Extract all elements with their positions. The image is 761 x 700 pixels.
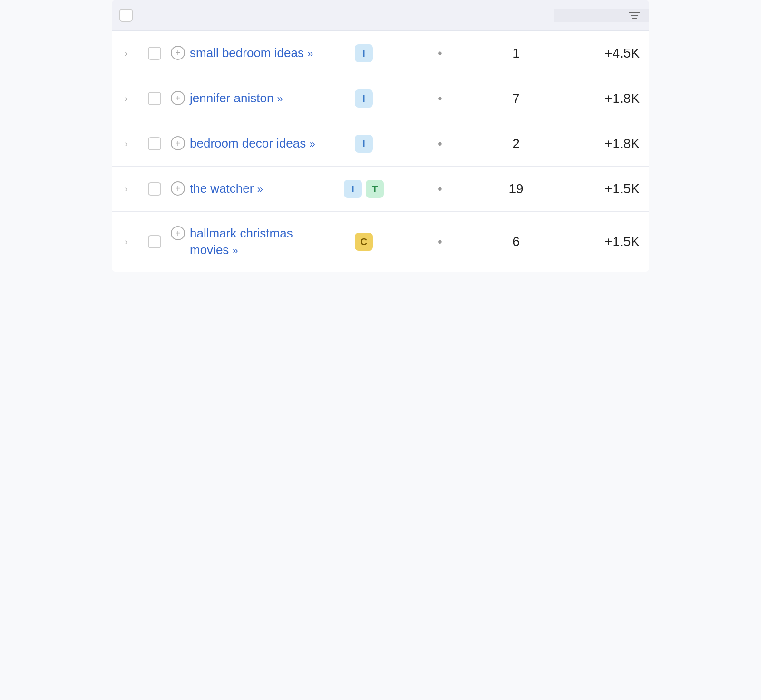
intent-cell: IT: [326, 180, 402, 198]
row-checkbox[interactable]: [148, 137, 161, 150]
keyword-cell: +bedroom decor ideas »: [169, 135, 326, 152]
expand-chevron-icon[interactable]: ›: [125, 184, 127, 194]
checkbox-cell: [140, 235, 169, 248]
keyword-text[interactable]: the watcher »: [190, 180, 263, 197]
previous-cell: •: [402, 46, 478, 61]
table-header: [112, 0, 649, 31]
traffic-diff-value: +4.5K: [605, 46, 640, 60]
expand-chevron-icon[interactable]: ›: [125, 139, 127, 149]
intent-cell: I: [326, 89, 402, 108]
expand-cell: ›: [112, 184, 140, 194]
previous-value: •: [438, 234, 442, 249]
previous-cell: •: [402, 234, 478, 249]
header-checkbox-cell: [112, 9, 140, 22]
previous-value: •: [438, 136, 442, 151]
current-cell: 7: [478, 91, 554, 106]
keyword-cell: +the watcher »: [169, 180, 326, 197]
intent-cell: I: [326, 44, 402, 62]
add-keyword-icon[interactable]: +: [171, 46, 185, 60]
previous-cell: •: [402, 136, 478, 151]
previous-cell: •: [402, 91, 478, 106]
intent-badge-i: I: [355, 44, 373, 62]
keyword-text[interactable]: jennifer aniston »: [190, 90, 283, 107]
checkbox-cell: [140, 92, 169, 105]
table-row: ›+hallmark christmas movies »C•6+1.5K: [112, 212, 649, 272]
intent-badge-t: T: [366, 180, 384, 198]
intent-badge-i: I: [344, 180, 362, 198]
previous-cell: •: [402, 181, 478, 197]
keyword-table: ›+small bedroom ideas »I•1+4.5K›+jennife…: [112, 0, 649, 272]
row-checkbox[interactable]: [148, 92, 161, 105]
keyword-link-icon[interactable]: »: [257, 183, 263, 195]
table-row: ›+bedroom decor ideas »I•2+1.8K: [112, 121, 649, 167]
keyword-text[interactable]: bedroom decor ideas »: [190, 135, 315, 152]
traffic-diff-cell: +1.5K: [554, 234, 649, 249]
traffic-diff-cell: +1.8K: [554, 136, 649, 151]
previous-value: •: [438, 181, 442, 196]
traffic-diff-value: +1.5K: [605, 234, 640, 249]
intent-cell: I: [326, 135, 402, 153]
intent-badge-i: I: [355, 135, 373, 153]
keyword-link-icon[interactable]: »: [277, 93, 283, 105]
keyword-cell: +small bedroom ideas »: [169, 45, 326, 61]
intent-cell: C: [326, 233, 402, 251]
traffic-diff-cell: +1.8K: [554, 91, 649, 106]
table-row: ›+small bedroom ideas »I•1+4.5K: [112, 31, 649, 76]
current-value: 2: [512, 136, 520, 151]
expand-chevron-icon[interactable]: ›: [125, 49, 127, 59]
current-value: 19: [508, 181, 523, 196]
checkbox-cell: [140, 47, 169, 60]
traffic-diff-value: +1.8K: [605, 136, 640, 151]
traffic-diff-value: +1.8K: [605, 91, 640, 106]
add-keyword-icon[interactable]: +: [171, 226, 185, 240]
keyword-text[interactable]: small bedroom ideas »: [190, 45, 313, 61]
previous-value: •: [438, 91, 442, 106]
intent-badge-c: C: [355, 233, 373, 251]
current-cell: 6: [478, 234, 554, 249]
current-cell: 19: [478, 181, 554, 197]
keyword-link-icon[interactable]: »: [307, 48, 313, 59]
row-checkbox[interactable]: [148, 182, 161, 196]
traffic-diff-value: +1.5K: [605, 181, 640, 196]
table-body: ›+small bedroom ideas »I•1+4.5K›+jennife…: [112, 31, 649, 272]
keyword-cell: +hallmark christmas movies »: [169, 225, 326, 258]
add-keyword-icon[interactable]: +: [171, 136, 185, 150]
keyword-link-icon[interactable]: »: [233, 245, 238, 256]
previous-value: •: [438, 46, 442, 60]
expand-chevron-icon[interactable]: ›: [125, 237, 127, 247]
keyword-cell: +jennifer aniston »: [169, 90, 326, 107]
traffic-diff-cell: +4.5K: [554, 46, 649, 61]
checkbox-cell: [140, 182, 169, 196]
row-checkbox[interactable]: [148, 235, 161, 248]
add-keyword-icon[interactable]: +: [171, 181, 185, 196]
expand-cell: ›: [112, 49, 140, 59]
checkbox-cell: [140, 137, 169, 150]
filter-icon[interactable]: [629, 12, 640, 19]
expand-cell: ›: [112, 94, 140, 104]
traffic-diff-cell: +1.5K: [554, 181, 649, 197]
table-row: ›+the watcher »IT•19+1.5K: [112, 167, 649, 212]
add-keyword-icon[interactable]: +: [171, 91, 185, 105]
current-value: 7: [512, 91, 520, 106]
keyword-link-icon[interactable]: »: [309, 138, 315, 150]
row-checkbox[interactable]: [148, 47, 161, 60]
current-value: 1: [512, 46, 520, 60]
traffic-diff-column-header: [554, 9, 649, 22]
current-cell: 2: [478, 136, 554, 151]
expand-cell: ›: [112, 237, 140, 247]
keyword-text[interactable]: hallmark christmas movies »: [190, 225, 326, 258]
select-all-checkbox[interactable]: [119, 9, 133, 22]
table-row: ›+jennifer aniston »I•7+1.8K: [112, 76, 649, 121]
expand-chevron-icon[interactable]: ›: [125, 94, 127, 104]
current-cell: 1: [478, 46, 554, 61]
current-value: 6: [512, 234, 520, 249]
expand-cell: ›: [112, 139, 140, 149]
intent-badge-i: I: [355, 89, 373, 108]
